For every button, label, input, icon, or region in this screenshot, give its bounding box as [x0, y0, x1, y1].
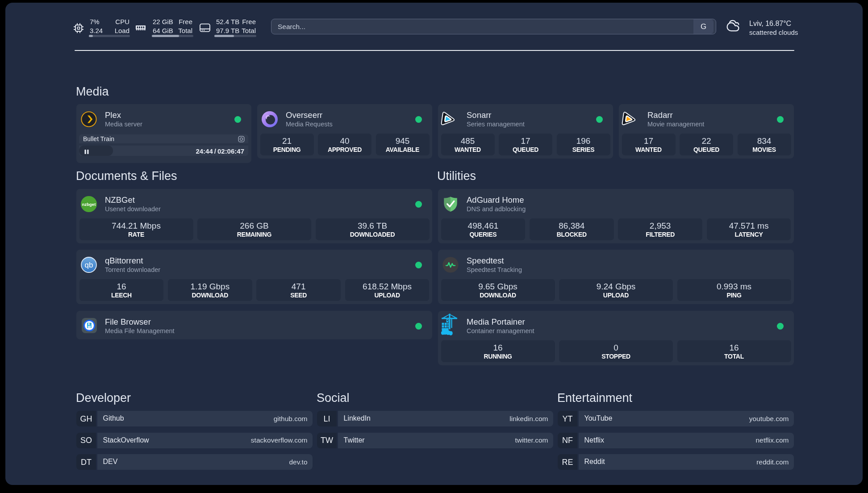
svg-text:qb: qb: [85, 261, 93, 269]
svg-text:nzbget: nzbget: [82, 202, 96, 207]
